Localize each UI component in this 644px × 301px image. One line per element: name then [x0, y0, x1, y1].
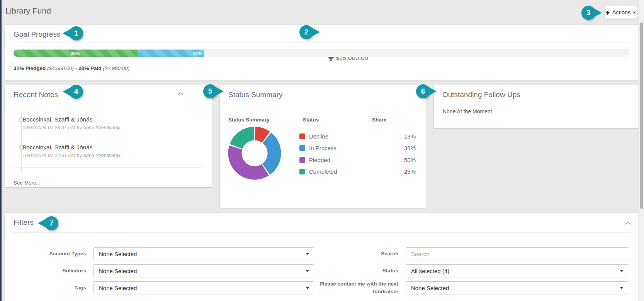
- divider: [13, 43, 630, 43]
- donut-segment-decline: [255, 133, 266, 137]
- legend-item-decline: Decline 13%: [299, 132, 416, 140]
- chevron-down-icon: [633, 12, 636, 14]
- donut-segment-in-process: [266, 138, 274, 169]
- status-select[interactable]: All selected (4): [406, 264, 628, 277]
- column-header-status-summary: Status Summary: [228, 117, 270, 123]
- status-row: Status All selected (4): [5, 264, 638, 277]
- collapse-chevron-up-icon[interactable]: [624, 221, 631, 225]
- callout-badge-6: 6: [416, 84, 430, 98]
- outstanding-follow-ups-title: Outstanding Follow Ups: [442, 91, 520, 99]
- filters-title: Filters: [14, 218, 34, 227]
- pledged-swatch: [299, 157, 305, 163]
- callout-badge-5: 5: [203, 84, 217, 98]
- callout-tail: [38, 218, 47, 228]
- legend-share: 25%: [404, 168, 416, 175]
- chevron-down-icon: [620, 287, 623, 289]
- divider: [442, 103, 630, 103]
- paid-percent-label: 20%: [71, 51, 80, 56]
- legend-label: Decline: [309, 133, 328, 140]
- pledged-amount: ($4,660.00): [47, 65, 74, 71]
- goal-summary-text: 31% Pledged ($4,660.00) - 20% Paid ($2,9…: [14, 65, 129, 71]
- pledged-percent-label: 31%: [193, 51, 202, 56]
- search-row: Search: [5, 247, 638, 260]
- status-donut-chart: [228, 126, 282, 180]
- legend-item-in-process: In Process 38%: [299, 144, 416, 152]
- goal-progress-card: Goal Progress $15,000.00 20% 31% 31% Ple…: [5, 25, 638, 80]
- callout-tail: [311, 27, 320, 37]
- contact-next-fundraiser-value: None Selected: [411, 285, 449, 291]
- actions-button-label: Actions: [612, 9, 631, 15]
- goal-progress-bar: 20% 31%: [14, 50, 629, 57]
- divider: [13, 137, 203, 137]
- legend-item-completed: Completed 25%: [299, 168, 416, 175]
- note-name: Boccsinkai, Szaffi & Jónás: [22, 144, 93, 151]
- status-label: Status: [313, 267, 398, 275]
- callout-badge-2: 2: [299, 25, 313, 39]
- chevron-down-icon: [620, 270, 623, 272]
- search-input[interactable]: [406, 247, 628, 260]
- legend-share: 13%: [404, 133, 416, 140]
- decline-swatch: [299, 133, 305, 139]
- collapse-chevron-up-icon[interactable]: [177, 92, 184, 96]
- note-timestamp: 10/02/2024 07:23:07 PM by Anna Szentivan…: [22, 125, 120, 130]
- status-summary-title: Status Summary: [228, 91, 282, 99]
- column-header-status: Status: [303, 117, 319, 123]
- donut-segment-completed: [236, 133, 254, 146]
- actions-button[interactable]: Actions: [605, 6, 637, 19]
- note-name: Boccsinkai, Szaffi & Jónás: [22, 116, 93, 123]
- follow-ups-empty-text: None At the Moment: [443, 108, 492, 115]
- legend-share: 50%: [404, 157, 416, 163]
- lightning-bolt-icon: [606, 10, 610, 15]
- summary-separator: -: [75, 65, 77, 71]
- scrollbar-thumb[interactable]: [640, 22, 643, 209]
- goal-progress-title: Goal Progress: [14, 30, 60, 39]
- search-label: Search: [313, 250, 398, 258]
- pledged-summary: 31% Pledged: [14, 65, 46, 71]
- paid-progress-segment: 20%: [14, 50, 137, 57]
- column-header-share: Share: [372, 117, 387, 123]
- callout-badge-7: 7: [44, 216, 58, 230]
- filters-card: Filters Account Types None Selected Soli…: [5, 213, 638, 301]
- see-more-link[interactable]: See More..: [14, 180, 39, 186]
- paid-summary: 20% Paid: [78, 65, 101, 71]
- contact-next-fundraiser-row: Please contact me with the next fundrais…: [5, 281, 638, 294]
- note-timestamp: 10/02/2024 07:22:51 PM by Anna Szentivan…: [22, 153, 120, 158]
- status-value: All selected (4): [411, 268, 449, 274]
- contact-next-fundraiser-select[interactable]: None Selected: [406, 281, 628, 294]
- callout-badge-4: 4: [69, 85, 83, 99]
- legend-label: In Process: [309, 145, 336, 151]
- contact-next-fundraiser-label: Please contact me with the next fundrais…: [313, 280, 398, 296]
- callout-tail: [593, 8, 602, 18]
- divider: [13, 232, 630, 233]
- callout-badge-1: 1: [69, 26, 83, 40]
- vertical-scrollbar[interactable]: [639, 0, 644, 301]
- outstanding-follow-ups-card: Outstanding Follow Ups None At the Momen…: [434, 85, 638, 128]
- page-title: Library Fund: [5, 6, 51, 15]
- legend-label: Completed: [309, 168, 337, 175]
- legend-label: Pledged: [309, 157, 330, 163]
- divider: [13, 103, 204, 103]
- completed-swatch: [299, 169, 305, 174]
- callout-badge-3: 3: [581, 6, 595, 20]
- callout-tail: [63, 87, 72, 97]
- pledged-progress-segment: 31%: [137, 50, 204, 57]
- paid-amount: ($2,980.00): [103, 65, 129, 71]
- divider: [13, 167, 203, 168]
- status-summary-card: Status Summary Status Summary Status Sha…: [220, 85, 426, 208]
- callout-tail: [427, 86, 437, 96]
- divider: [228, 103, 418, 103]
- legend-share: 38%: [404, 145, 416, 151]
- callout-tail: [214, 86, 224, 96]
- recent-notes-card: Recent Notes Boccsinkai, Szaffi & Jónás …: [5, 85, 212, 187]
- page-header: Library Fund Actions: [0, 0, 644, 22]
- callout-tail: [63, 28, 72, 38]
- left-edge-accent: [0, 0, 2, 301]
- recent-notes-title: Recent Notes: [14, 91, 58, 99]
- in-process-swatch: [299, 145, 305, 151]
- legend-item-pledged: Pledged 50%: [299, 156, 416, 164]
- donut-segment-pledged: [235, 147, 265, 173]
